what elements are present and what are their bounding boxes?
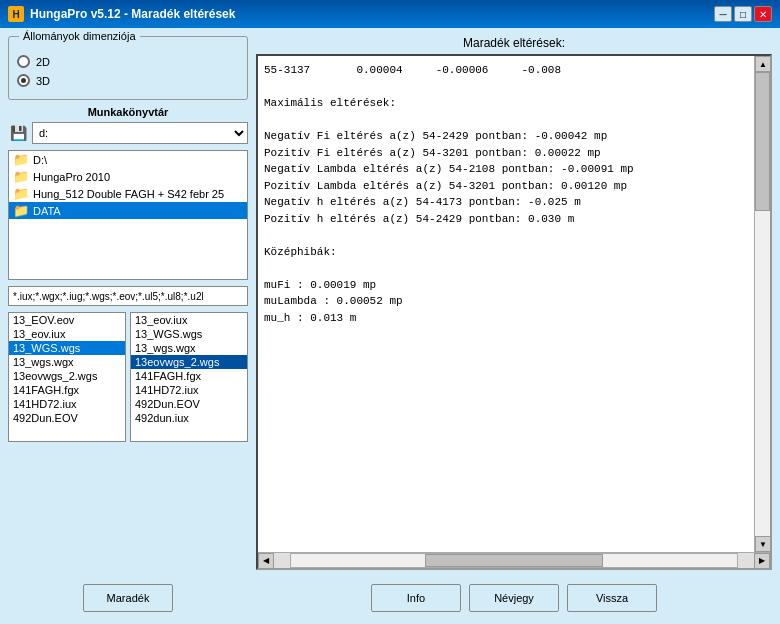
left-bottom-buttons: Maradék [8,576,248,616]
folder-icon: 📁 [13,152,29,167]
dimension-group: Állományok dimenziója 2D 3D [8,36,248,100]
title-bar: H HungaPro v5.12 - Maradék eltérések ─ □… [0,0,780,28]
radio-2d-btn[interactable] [17,55,30,68]
folder-icon: 📁 [13,186,29,201]
right-file-item[interactable]: 492Dun.EOV [131,397,247,411]
left-file-item-selected[interactable]: 13_WGS.wgs [9,341,125,355]
right-file-list: 13_eov.iux 13_WGS.wgs 13_wgs.wgx 13eovwg… [130,312,248,442]
dimension-group-title: Állományok dimenziója [19,30,140,42]
drive-icon: 💾 [8,125,28,141]
folder-icon: 📁 [13,203,29,218]
file-lists: 13_EOV.eov 13_eov.iux 13_WGS.wgs 13_wgs.… [8,312,248,442]
horizontal-scrollbar[interactable]: ◀ ▶ [258,552,770,568]
scroll-track-h [290,553,738,568]
file-tree-item-selected[interactable]: 📁 DATA [9,202,247,219]
left-file-item[interactable]: 13_eov.iux [9,327,125,341]
left-file-list: 13_EOV.eov 13_eov.iux 13_WGS.wgs 13_wgs.… [8,312,126,442]
left-file-item[interactable]: 141HD72.iux [9,397,125,411]
file-tree: 📁 D:\ 📁 HungaPro 2010 📁 Hung_512 Double … [8,150,248,280]
filter-text: *.iux;*.wgx;*.iug;*.wgs;*.eov;*.ul5;*.ul… [13,291,204,302]
right-file-item[interactable]: 13_eov.iux [131,313,247,327]
close-button[interactable]: ✕ [754,6,772,22]
scroll-track-v [755,72,770,536]
drive-select[interactable]: d: [32,122,248,144]
file-tree-item[interactable]: 📁 HungaPro 2010 [9,168,247,185]
right-file-item[interactable]: 141HD72.iux [131,383,247,397]
right-file-item[interactable]: 13_wgs.wgx [131,341,247,355]
scroll-down-arrow[interactable]: ▼ [755,536,770,552]
folder-icon: 📁 [13,169,29,184]
left-file-item[interactable]: 141FAGH.fgx [9,383,125,397]
left-file-item[interactable]: 13_EOV.eov [9,313,125,327]
radio-2d-label: 2D [36,56,50,68]
right-file-item-selected[interactable]: 13eovwgs_2.wgs [131,355,247,369]
result-text[interactable]: 55-3137 0.00004 -0.00006 -0.008 Maximáli… [258,56,754,552]
vissza-button[interactable]: Vissza [567,584,657,612]
scroll-right-arrow[interactable]: ▶ [754,553,770,569]
right-bottom-buttons: Info Névjegy Vissza [256,576,772,616]
radio-3d-btn[interactable] [17,74,30,87]
file-tree-item[interactable]: 📁 Hung_512 Double FAGH + S42 febr 25 [9,185,247,202]
filter-bar: *.iux;*.wgx;*.iug;*.wgs;*.eov;*.ul5;*.ul… [8,286,248,306]
workdir-section: Munkakönyvtár 💾 d: [8,106,248,144]
left-file-item[interactable]: 13eovwgs_2.wgs [9,369,125,383]
right-file-item[interactable]: 141FAGH.fgx [131,369,247,383]
radio-3d[interactable]: 3D [17,74,239,87]
app-icon: H [8,6,24,22]
workdir-label: Munkakönyvtár [8,106,248,118]
scroll-thumb-h[interactable] [425,554,603,567]
maradek-heading: Maradék eltérések: [256,36,772,50]
scroll-left-arrow[interactable]: ◀ [258,553,274,569]
info-button[interactable]: Info [371,584,461,612]
scroll-up-arrow[interactable]: ▲ [755,56,770,72]
maximize-button[interactable]: □ [734,6,752,22]
scroll-thumb-v[interactable] [755,72,770,211]
radio-3d-label: 3D [36,75,50,87]
file-tree-item[interactable]: 📁 D:\ [9,151,247,168]
window-title: HungaPro v5.12 - Maradék eltérések [30,7,235,21]
vertical-scrollbar[interactable]: ▲ ▼ [754,56,770,552]
right-file-item[interactable]: 13_WGS.wgs [131,327,247,341]
left-file-item[interactable]: 13_wgs.wgx [9,355,125,369]
radio-2d[interactable]: 2D [17,55,239,68]
nevjegy-button[interactable]: Névjegy [469,584,559,612]
window: H HungaPro v5.12 - Maradék eltérések ─ □… [0,0,780,624]
left-file-item[interactable]: 492Dun.EOV [9,411,125,425]
right-file-item[interactable]: 492dun.iux [131,411,247,425]
maradek-button[interactable]: Maradék [83,584,173,612]
minimize-button[interactable]: ─ [714,6,732,22]
text-area-container: 55-3137 0.00004 -0.00006 -0.008 Maximáli… [256,54,772,570]
